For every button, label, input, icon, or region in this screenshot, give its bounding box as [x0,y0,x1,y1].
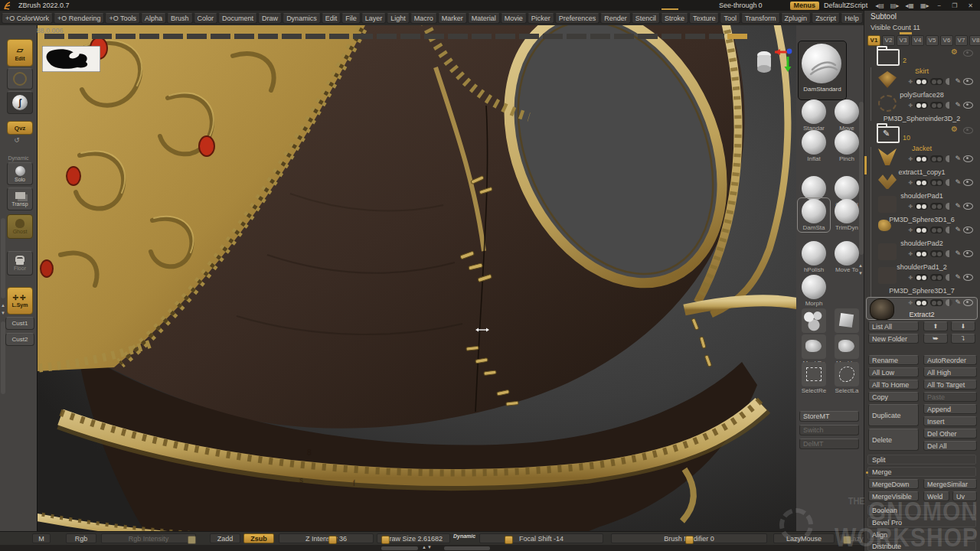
all-low-button[interactable]: All Low [868,367,919,377]
polypaint-off-toggle[interactable] [930,179,943,186]
new-folder-button[interactable]: New Folder [868,334,919,344]
default-zscript-label[interactable]: DefaultZScript [824,2,867,9]
del-mt-button[interactable]: DelMT [799,439,859,449]
eye-icon[interactable] [963,274,973,281]
slider-handle[interactable] [505,536,513,544]
menu-stencil[interactable]: Stencil [632,13,660,24]
palette-right-icon[interactable]: ▦▸ [920,2,929,9]
eye-icon[interactable] [963,155,973,162]
focal-shift-slider[interactable]: Focal Shift -14 [479,533,603,543]
move-out-folder-button[interactable]: ⮩ [923,334,948,344]
polypaint-off-toggle[interactable] [930,203,943,210]
distribute-section[interactable]: Distribute [867,541,976,551]
merge-down-button[interactable]: MergeDown [868,479,919,489]
append-button[interactable]: Append [923,404,977,414]
all-to-target-button[interactable]: All To Target [923,380,977,390]
slider-handle[interactable] [381,536,390,544]
contrast-icon[interactable] [946,155,952,162]
subtool-folder[interactable]: ✎10⚙ [866,125,978,145]
menu-stroke[interactable]: Stroke [661,13,688,24]
merge-similar-button[interactable]: MergeSimilar [923,479,977,489]
draw-size-slider[interactable]: Draw Size 2.61682 [377,533,450,543]
eye-icon[interactable] [963,179,973,186]
subtool-item[interactable]: extract1_copy1✚✎ [866,168,978,189]
menu-color[interactable]: Color [194,13,218,24]
slider-handle[interactable] [685,536,694,544]
menu-marker[interactable]: Marker [438,13,467,24]
uv-button[interactable]: Uv [952,491,977,501]
brush-morph[interactable]: Morph [799,275,829,307]
eye-icon[interactable] [963,299,973,306]
contrast-icon[interactable] [946,179,952,186]
move-up-button[interactable]: ⬆ [923,321,948,331]
slider-handle[interactable] [843,536,851,544]
subtool-item[interactable]: PM3D_Sphere3D1_6✚✎ [866,216,978,236]
polypaint-off-toggle[interactable] [930,274,943,281]
polypaint-off-toggle[interactable] [930,227,943,233]
polypaint-on-toggle[interactable] [915,179,928,186]
rename-button[interactable]: Rename [868,355,919,365]
qvz-button[interactable]: Qvz [7,121,33,135]
slider-handle[interactable] [328,536,337,544]
contrast-icon[interactable] [946,227,952,233]
eye-icon[interactable] [963,227,973,233]
left-scrollbar-track2[interactable] [1,321,5,394]
brush-selectla[interactable]: SelectLa [831,362,862,394]
eye-icon[interactable] [963,127,973,134]
rgb-intensity-slider[interactable]: Rgb Intensity [101,533,196,543]
doc-scroll-arrows[interactable]: ▲▼ [422,545,433,549]
align-section[interactable]: Align [867,530,976,540]
subtool-item[interactable]: PM3D_Sphereinder3D_2 [866,115,978,122]
polypaint-on-toggle[interactable] [915,203,928,210]
menu-transform[interactable]: Transform [741,13,780,24]
brush-pinch[interactable]: Pinch [831,130,862,162]
polypaint-on-toggle[interactable] [915,299,928,306]
subtool-item-selected[interactable]: ✚✎Extract2 [866,297,978,320]
edit-pencil-icon[interactable]: ✎ [955,227,961,233]
restore-icon[interactable]: ❐ [952,2,957,9]
contrast-icon[interactable] [946,299,952,306]
switch-button[interactable]: Switch [799,425,859,435]
all-high-button[interactable]: All High [923,367,977,377]
list-all-button[interactable]: List All [868,321,919,331]
subtool-item[interactable]: polySurface28✚✎ [866,91,978,112]
left-scrollbar-track[interactable] [1,218,5,298]
current-material-button[interactable]: ʃ [7,91,33,114]
edit-pencil-icon[interactable]: ✎ [955,78,961,85]
brush-selectre[interactable]: SelectRe [799,362,829,394]
transp-button[interactable]: Transp [7,187,33,210]
local-symmetry-button[interactable]: ✢✢ L.Sym [7,287,33,315]
union-icon[interactable]: ✚ [909,227,913,233]
menu--o-tools[interactable]: +O Tools [105,13,140,24]
copy-button[interactable]: Copy [868,392,919,402]
del-other-button[interactable]: Del Other [923,429,977,439]
subtool-folder[interactable]: 2⚙ [866,47,978,67]
menu-help[interactable]: Help [841,13,863,24]
menu-texture[interactable]: Texture [689,13,720,24]
menu-alpha[interactable]: Alpha [141,13,166,24]
menu-movie[interactable]: Movie [501,13,527,24]
cust1-button[interactable]: Cust1 [5,317,34,330]
replay-icon[interactable]: ↺ [14,137,20,144]
menu-preferences[interactable]: Preferences [555,13,600,24]
z-intensity-slider[interactable]: Z Intensity 36 [279,533,374,543]
menu-draw[interactable]: Draw [258,13,282,24]
gear-icon[interactable]: ⚙ [951,47,958,56]
slider-handle[interactable] [188,536,196,544]
orientation-gizmo[interactable] [752,40,793,80]
alpha-preview[interactable] [42,46,100,72]
edit-pencil-icon[interactable]: ✎ [955,274,961,281]
edit-pencil-icon[interactable]: ✎ [955,155,961,162]
rgb-button[interactable]: Rgb [66,533,96,543]
scroll-down-icon[interactable]: ▼ [0,310,6,317]
polypaint-off-toggle[interactable] [930,155,943,162]
del-all-button[interactable]: Del All [923,441,977,451]
eye-icon[interactable] [963,203,973,210]
doc-scrollbar-right[interactable] [444,546,490,550]
lazymouse-button[interactable]: LazyMouse [773,533,835,543]
polypaint-off-toggle[interactable] [930,102,943,109]
move-into-folder-button[interactable]: ⮧ [951,334,975,344]
all-to-home-button[interactable]: All To Home [868,380,919,390]
menu-zscript[interactable]: Zscript [812,13,840,24]
union-icon[interactable]: ✚ [909,204,913,210]
